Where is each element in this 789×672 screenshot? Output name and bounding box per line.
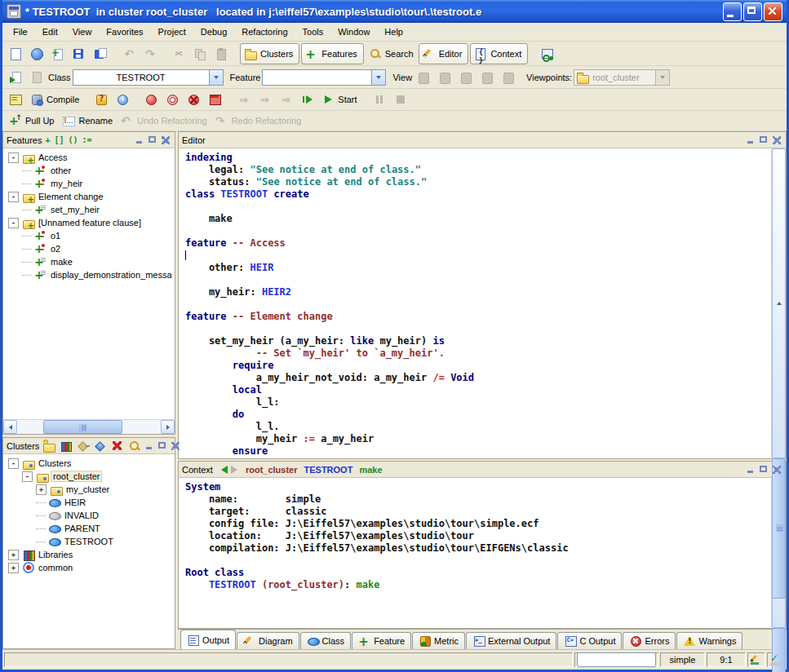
crumb-feature[interactable]: make xyxy=(359,465,382,475)
breakpoint-sphere-outline-button[interactable] xyxy=(162,89,182,110)
menu-debug[interactable]: Debug xyxy=(193,25,234,38)
run-no-break-button[interactable] xyxy=(297,89,317,110)
clusters-minimize-button[interactable] xyxy=(144,441,155,451)
history-forward-icon[interactable] xyxy=(231,466,237,474)
delete-x-button[interactable] xyxy=(111,440,124,453)
clusters-button[interactable]: Clusters xyxy=(240,43,299,64)
info-circle-button[interactable] xyxy=(113,89,132,110)
settings-window-button[interactable] xyxy=(6,89,25,110)
new-tab-button[interactable] xyxy=(48,43,68,64)
feature-tree-item[interactable]: set_my_heir xyxy=(3,203,175,216)
feature-combo-arrow[interactable] xyxy=(371,70,385,85)
tab-warnings[interactable]: Warnings xyxy=(676,632,742,649)
collapse-icon[interactable]: - xyxy=(8,458,19,469)
breakpoint-remove-button[interactable] xyxy=(184,89,203,110)
cluster-tree-item[interactable]: +Libraries xyxy=(3,548,175,561)
scroll-left-button[interactable] xyxy=(3,420,17,434)
menu-tools[interactable]: Tools xyxy=(295,25,331,38)
feature-tree-item[interactable]: -Element change xyxy=(3,190,175,203)
scroll-right-button[interactable] xyxy=(161,420,175,434)
tab-metric[interactable]: Metric xyxy=(412,632,465,649)
features-hscrollbar[interactable] xyxy=(3,419,175,434)
save-as-button[interactable] xyxy=(91,43,110,64)
rename-button[interactable]: Rename xyxy=(59,110,116,131)
tab-feature[interactable]: Feature xyxy=(352,632,411,649)
compile-button[interactable]: Compile xyxy=(27,89,82,110)
collapse-icon[interactable]: - xyxy=(8,192,19,202)
editor-code-area[interactable]: indexing legal: "See notice at end of cl… xyxy=(179,148,771,458)
crumb-cluster[interactable]: root_cluster xyxy=(246,465,298,475)
help-question-button[interactable] xyxy=(91,89,111,110)
window-minimize-button[interactable] xyxy=(723,2,742,21)
scroll-thumb[interactable] xyxy=(772,458,786,599)
remove-item-button[interactable] xyxy=(77,440,90,453)
search-small-button[interactable] xyxy=(128,440,141,453)
expand-icon[interactable]: + xyxy=(8,563,19,573)
editor-close-button[interactable] xyxy=(772,135,782,145)
cluster-tree-item[interactable]: INVALID xyxy=(3,509,175,522)
search-button[interactable]: Search xyxy=(366,43,417,64)
drop-class-button[interactable] xyxy=(6,67,25,88)
context-close-button[interactable] xyxy=(772,465,782,475)
window-maximize-button[interactable] xyxy=(743,2,762,21)
feature-tree-item[interactable]: display_demonstration_messa xyxy=(3,268,175,281)
add-feature-icon[interactable]: + xyxy=(45,135,50,144)
menu-view[interactable]: View xyxy=(65,25,100,38)
features-minimize-button[interactable] xyxy=(135,135,145,145)
features-close-button[interactable] xyxy=(161,135,171,145)
add-item-button[interactable] xyxy=(94,440,107,453)
menu-window[interactable]: Window xyxy=(330,25,377,38)
add-library-button[interactable] xyxy=(60,440,73,453)
cluster-tree-item[interactable]: -Clusters xyxy=(3,457,175,470)
context-maximize-button[interactable] xyxy=(759,465,769,475)
tab-class[interactable]: Class xyxy=(300,632,352,649)
editor-button[interactable]: Editor xyxy=(419,43,469,64)
cluster-tree-item[interactable]: TESTROOT xyxy=(3,535,175,548)
menu-favorites[interactable]: Favorites xyxy=(99,25,150,38)
scroll-track[interactable] xyxy=(17,420,161,434)
cluster-tree-item[interactable]: PARENT xyxy=(3,522,175,535)
tab-external-output[interactable]: External Output xyxy=(466,632,556,649)
feature-tree-item[interactable]: o1 xyxy=(3,229,175,242)
menu-project[interactable]: Project xyxy=(151,25,193,38)
class-combo[interactable]: TESTROOT xyxy=(73,69,224,86)
collapse-icon[interactable]: - xyxy=(8,218,19,228)
expand-icon[interactable]: + xyxy=(8,550,19,560)
collapse-icon[interactable]: - xyxy=(8,153,19,163)
feature-parens-icon[interactable]: () xyxy=(69,135,78,144)
tab-errors[interactable]: Errors xyxy=(623,632,676,649)
editor-vscrollbar[interactable] xyxy=(771,148,786,458)
feature-combo[interactable] xyxy=(262,69,386,86)
editor-minimize-button[interactable] xyxy=(746,135,756,145)
debug-window-button[interactable] xyxy=(205,89,224,110)
feature-tree-item[interactable]: o2 xyxy=(3,242,175,255)
editor-maximize-button[interactable] xyxy=(759,135,769,145)
new-cluster-button[interactable] xyxy=(42,440,55,453)
context-output-area[interactable]: System name: simple target: classic conf… xyxy=(179,478,771,628)
clusters-close-button[interactable] xyxy=(171,441,181,451)
context-button[interactable]: Context xyxy=(470,43,528,64)
clusters-maximize-button[interactable] xyxy=(157,441,168,451)
tab-diagram[interactable]: Diagram xyxy=(237,632,299,649)
menu-file[interactable]: File xyxy=(6,25,35,38)
collapse-icon[interactable]: - xyxy=(22,471,33,482)
link-window-button[interactable] xyxy=(537,43,556,64)
feature-tree-item[interactable]: other xyxy=(3,164,175,177)
tab-output[interactable]: Output xyxy=(180,630,236,649)
window-close-button[interactable] xyxy=(764,2,782,21)
start-button[interactable]: Start xyxy=(318,89,360,110)
cluster-tree-item[interactable]: +my_cluster xyxy=(3,483,175,496)
feature-tree-item[interactable]: -Access xyxy=(3,151,175,164)
menu-edit[interactable]: Edit xyxy=(35,25,65,38)
cluster-tree-item[interactable]: +common xyxy=(3,561,175,574)
feature-tree-item[interactable]: my_heir xyxy=(3,177,175,190)
cluster-tree-item[interactable]: HEIR xyxy=(3,496,175,509)
expand-icon[interactable]: + xyxy=(36,484,47,495)
save-button[interactable] xyxy=(69,43,89,64)
new-document-button[interactable] xyxy=(6,43,25,64)
cluster-tree-item[interactable]: -root_cluster xyxy=(3,470,175,483)
breakpoint-sphere-button[interactable] xyxy=(141,89,161,110)
tab-c-output[interactable]: C Output xyxy=(557,632,622,649)
feature-assigner-icon[interactable]: := xyxy=(82,135,92,144)
features-button[interactable]: Features xyxy=(301,43,363,64)
